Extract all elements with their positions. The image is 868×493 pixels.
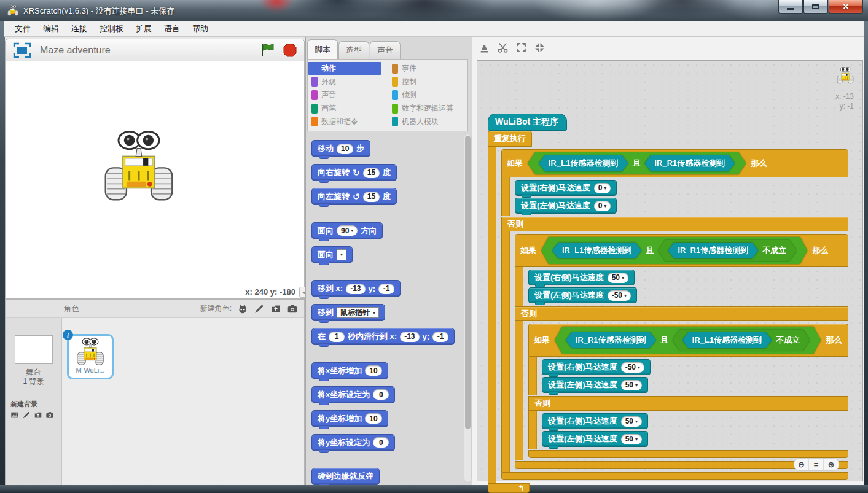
set-left-motor-block[interactable]: 设置(左侧)马达速度 0▾ <box>515 198 617 214</box>
paint-backdrop-icon[interactable] <box>22 411 31 419</box>
category-sound[interactable]: 声音 <box>308 88 388 101</box>
camera-sprite-icon[interactable] <box>287 303 298 314</box>
y-value[interactable]: -1 <box>378 284 394 294</box>
block-bounce-on-edge[interactable]: 碰到边缘就反弹 <box>311 468 380 485</box>
steps-value[interactable]: 10 <box>337 144 353 154</box>
block-move-steps[interactable]: 移动 10 步 <box>311 140 370 157</box>
paint-sprite-icon[interactable] <box>254 303 265 314</box>
block-change-x[interactable]: 将x坐标增加 10 <box>311 362 388 379</box>
menu-extensions[interactable]: 扩展 <box>130 21 158 36</box>
set-left-motor-block[interactable]: 设置(左侧)马达速度 50▾ <box>542 377 648 393</box>
if-else-block-1[interactable]: 如果 IR_L1传感器检测到 且 IR_R1传感器检测到 那么 <box>501 149 848 480</box>
if3-else-bar[interactable]: 否则 <box>528 396 848 411</box>
repeat-header[interactable]: 重复执行 <box>488 131 532 147</box>
maximize-button[interactable] <box>803 0 828 14</box>
sensor-ir-l1-block[interactable]: IR_L1传感器检测到 <box>552 243 641 258</box>
sensor-ir-r1-block[interactable]: IR_R1传感器检测到 <box>644 155 735 171</box>
close-button[interactable]: × <box>829 0 863 14</box>
set-right-motor-block[interactable]: 设置(右侧)马达速度 -50▾ <box>542 359 651 375</box>
title-bar[interactable]: XRScratch(v1.6.3) - 没有连接串口 - 未保存 × <box>0 0 868 21</box>
degrees-value[interactable]: 15 <box>363 192 380 202</box>
hat-block-wulibot-main[interactable]: WuLiBot 主程序 <box>488 114 567 131</box>
and-operator-block[interactable]: IR_L1传感器检测到 且 IR_R1传感器检测到 不成立 <box>541 237 807 264</box>
stage-selector[interactable]: 舞台 1 背景 新建背景 <box>6 318 62 485</box>
seconds-value[interactable]: 1 <box>329 332 345 342</box>
menu-connect[interactable]: 连接 <box>65 21 93 36</box>
category-data[interactable]: 数据和指令 <box>308 115 388 128</box>
degrees-value[interactable]: 15 <box>363 168 380 178</box>
if1-header[interactable]: 如果 IR_L1传感器检测到 且 IR_R1传感器检测到 那么 <box>501 149 848 177</box>
if1-else-bar[interactable]: 否则 <box>501 217 848 231</box>
block-point-towards[interactable]: 面向 ▾ <box>311 246 353 263</box>
set-right-motor-block[interactable]: 设置(右侧)马达速度 50▾ <box>528 270 635 285</box>
goto-target-dropdown[interactable]: 鼠标指针▾ <box>337 307 379 318</box>
category-motion[interactable]: 动作 <box>308 62 381 75</box>
sprite-card-wulibot[interactable]: i M-WuLi... <box>67 334 114 379</box>
if-else-block-2[interactable]: 如果 IR_L1传感器检测到 且 IR_R1传感器检测到 <box>515 234 848 469</box>
motor-speed-dropdown[interactable]: 50▾ <box>621 434 642 444</box>
if-else-block-3[interactable]: 如果 IR_R1传感器检测到 且 IR_L1传感器检测到 <box>528 324 848 458</box>
category-pen[interactable]: 画笔 <box>308 102 388 115</box>
camera-backdrop-icon[interactable] <box>45 411 54 419</box>
if3-header[interactable]: 如果 IR_R1传感器检测到 且 IR_L1传感器检测到 <box>528 324 848 357</box>
motor-speed-dropdown[interactable]: 50▾ <box>608 273 628 283</box>
palette-scrollbar[interactable] <box>464 134 472 483</box>
block-set-x[interactable]: 将x坐标设定为 0 <box>311 386 395 403</box>
block-change-y[interactable]: 将y坐标增加 10 <box>311 410 388 427</box>
not-operator-block[interactable]: IR_L1传感器检测到 不成立 <box>673 330 810 351</box>
block-goto-xy[interactable]: 移到 x: -13 y: -1 <box>311 280 401 297</box>
target-dropdown[interactable]: ▾ <box>337 249 346 260</box>
delete-scissors-icon[interactable] <box>497 42 509 53</box>
menu-file[interactable]: 文件 <box>9 21 37 36</box>
palette-scrollbar-thumb[interactable] <box>465 136 471 429</box>
menu-language[interactable]: 语言 <box>158 21 186 36</box>
set-left-motor-block[interactable]: 设置(左侧)马达速度 -50▾ <box>528 287 637 303</box>
shrink-sprite-icon[interactable] <box>534 42 545 53</box>
y-value[interactable]: 0 <box>373 437 389 448</box>
repeat-forever-block[interactable]: 重复执行 如果 IR_L1传感器检测到 <box>488 131 848 493</box>
stage-thumbnail[interactable] <box>15 335 53 364</box>
not-operator-block[interactable]: IR_R1传感器检测到 不成立 <box>658 240 796 261</box>
delta-value[interactable]: 10 <box>365 365 381 376</box>
tab-sounds[interactable]: 声音 <box>370 41 401 59</box>
upload-backdrop-icon[interactable] <box>34 411 42 419</box>
category-robot[interactable]: 机器人模块 <box>388 115 467 128</box>
block-goto-mouse[interactable]: 移到 鼠标指针▾ <box>311 304 385 321</box>
duplicate-stamp-icon[interactable] <box>479 42 490 53</box>
sensor-ir-l1-block[interactable]: IR_L1传感器检测到 <box>539 155 628 171</box>
zoom-reset-button[interactable]: = <box>809 459 824 470</box>
sensor-ir-r1-block[interactable]: IR_R1传感器检测到 <box>668 243 758 258</box>
stage-canvas[interactable] <box>5 61 305 285</box>
tab-costumes[interactable]: 造型 <box>338 41 369 59</box>
set-right-motor-block[interactable]: 设置(右侧)马达速度 0▾ <box>515 180 617 196</box>
green-flag-button[interactable] <box>260 43 276 58</box>
direction-dropdown[interactable]: 90▾ <box>337 225 358 236</box>
sensor-ir-r1-block[interactable]: IR_R1传感器检测到 <box>566 332 656 348</box>
upload-sprite-icon[interactable] <box>270 303 281 314</box>
motor-speed-dropdown[interactable]: 0▾ <box>594 183 611 193</box>
and-operator-block[interactable]: IR_R1传感器检测到 且 IR_L1传感器检测到 不成立 <box>555 327 821 354</box>
sprite-list[interactable]: i M-WuLi... <box>62 318 304 485</box>
set-right-motor-block[interactable]: 设置(右侧)马达速度 50▾ <box>542 413 648 429</box>
minimize-button[interactable] <box>778 0 803 14</box>
category-looks[interactable]: 外观 <box>308 76 388 88</box>
zoom-out-button[interactable]: ⊖ <box>794 459 809 470</box>
zoom-in-button[interactable]: ⊕ <box>824 459 839 470</box>
x-value[interactable]: -13 <box>400 332 419 342</box>
set-left-motor-block[interactable]: 设置(左侧)马达速度 50▾ <box>542 431 648 447</box>
category-events[interactable]: 事件 <box>388 62 467 75</box>
y-value[interactable]: -1 <box>432 332 448 342</box>
block-set-y[interactable]: 将y坐标设定为 0 <box>311 434 395 451</box>
sprite-info-badge[interactable]: i <box>63 330 73 340</box>
block-glide[interactable]: 在 1 秒内滑行到 x: -13 y: -1 <box>311 328 455 345</box>
category-sensing[interactable]: 侦测 <box>388 88 467 101</box>
motor-speed-dropdown[interactable]: 0▾ <box>594 201 611 211</box>
motor-speed-dropdown[interactable]: 50▾ <box>621 380 642 390</box>
new-sprite-library-icon[interactable] <box>237 303 248 314</box>
block-point-direction[interactable]: 面向 90▾ 方向 <box>311 222 383 239</box>
motor-speed-dropdown[interactable]: 50▾ <box>621 416 642 427</box>
backdrop-library-icon[interactable] <box>10 411 19 419</box>
sensor-ir-l1-block[interactable]: IR_L1传感器检测到 <box>682 332 772 348</box>
script-stack[interactable]: WuLiBot 主程序 重复执行 如果 <box>488 114 848 493</box>
menu-help[interactable]: 帮助 <box>186 21 214 36</box>
